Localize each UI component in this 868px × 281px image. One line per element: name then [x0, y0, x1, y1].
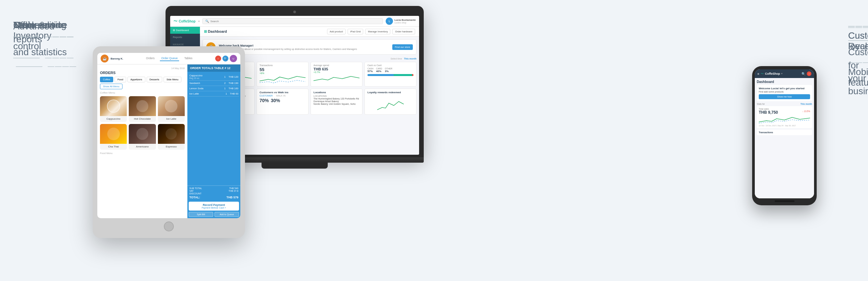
- user-avatar: L: [386, 17, 393, 25]
- mob-total-sales-card: Total sales THB 9,750 ↓ 13.5%: [757, 106, 812, 128]
- mob-transactions-card: Transactions: [757, 130, 812, 135]
- notif-icon[interactable]: !: [215, 56, 221, 62]
- laptop-camera: [293, 10, 296, 13]
- ipad-grid-btn[interactable]: iPad Grid: [348, 29, 363, 34]
- laptop-header: 〜 CoffeShop ▾ 🔍 L Lucia Bustamante Lucia…: [170, 16, 419, 27]
- search-input[interactable]: [211, 20, 245, 23]
- dash-title: ⊞ Dashboard: [204, 29, 227, 34]
- menu-item-espresso[interactable]: Espresso: [158, 124, 185, 150]
- pos-menu: 14 May 2018 ORDERS Coffee Food Appetizer…: [97, 65, 187, 218]
- dash-topbar-actions: Add product iPad Grid Manage Inventory O…: [327, 29, 415, 34]
- stat-card-transactions: Transactions 55 +8%: [256, 62, 309, 86]
- order-item-lemon-soda: Lemon Soda 1 THB 160: [189, 86, 239, 91]
- mob-welcome: Welcome Lucia! let's get you started Fir…: [757, 85, 812, 101]
- cat-btn-appetizers[interactable]: Appetizers: [127, 77, 145, 82]
- order-hardware-btn[interactable]: Order hardware: [392, 29, 415, 34]
- pos-category-tabs: Coffee Food Appetizers Desserts Side Men…: [100, 77, 185, 89]
- laptop-stand: [261, 163, 328, 169]
- cat-btn-desserts[interactable]: Desserts: [147, 77, 162, 82]
- laptop-search[interactable]: 🔍: [202, 18, 383, 24]
- mob-search-icon[interactable]: 🔍: [802, 72, 805, 76]
- tablet-screen: ☕ Barong K. Orders Order Queue Tables ! …: [97, 53, 240, 218]
- record-payment-btn[interactable]: Record Payment Payment Method: Cash +: [189, 202, 239, 211]
- mobile: ≡ 〜 CoffeShop ▾ 🔍 ! Dashboard: [752, 66, 817, 205]
- add-to-queue-btn[interactable]: Add to Queue: [215, 212, 239, 217]
- cat-btn-sidemenu[interactable]: Side Menu: [163, 77, 181, 82]
- menu-item-ice-latte[interactable]: Ice Latte: [158, 96, 185, 122]
- pos-tabs: Orders Order Queue Tables: [145, 56, 194, 61]
- laptop-user: L Lucia Bustamante Lucia's shop: [386, 17, 416, 25]
- sidebar-item-dashboard[interactable]: ⊞ Dashboard: [170, 27, 200, 34]
- find-store-btn[interactable]: Find our store: [392, 44, 413, 50]
- search-icon[interactable]: 🔍: [222, 56, 228, 62]
- menu-item-img-espresso: [158, 124, 185, 144]
- order-item-ice-latte: Ice Latte 1 THB 63: [189, 91, 239, 97]
- menu-item-img-hot-choc: [129, 96, 156, 116]
- customers-walkin-card: Customers vs Walk ins CUSTOMER WALK IN 7…: [256, 89, 309, 115]
- order-item-sandwich: Sandwich 2 THB 190: [189, 81, 239, 86]
- order-action-btns: Split Bill Add to Queue: [187, 212, 240, 218]
- sidebar-section-manage: MANAGE: [170, 41, 200, 46]
- pos-screen: ☕ Barong K. Orders Order Queue Tables ! …: [97, 53, 240, 218]
- pos-order-panel: ORDER TOTALS TABLE # 12 Cappuccino Reg 1…: [187, 65, 240, 218]
- menu-section-label: Coffee Menu: [100, 91, 185, 94]
- mob-screen: ≡ 〜 CoffeShop ▾ 🔍 ! Dashboard: [755, 69, 814, 198]
- order-panel-title: ORDER TOTALS TABLE # 12: [187, 65, 240, 72]
- mobile-home-indicator: [775, 200, 795, 202]
- menu-item-img-americano: [129, 124, 156, 144]
- split-bill-btn[interactable]: Split Bill: [189, 212, 213, 217]
- pos-tab-tables[interactable]: Tables: [183, 56, 194, 61]
- manage-inventory-btn[interactable]: Manage Inventory: [365, 29, 390, 34]
- pos-title: ORDERS: [100, 71, 185, 75]
- add-product-btn[interactable]: Add product: [327, 29, 346, 34]
- mob-content: Dashboard Welcome Lucia! let's get you s…: [755, 78, 814, 198]
- order-summary: SUB TOTAL THB 540 VAT THB 37.8 DISCOUNT: [187, 185, 240, 200]
- mob-notif-icon[interactable]: !: [807, 71, 811, 76]
- menu-grid: Cappuccino Hot Chocolate: [100, 96, 185, 150]
- pos-tab-order-queue[interactable]: Order Queue: [160, 56, 179, 61]
- mobile-screen: ≡ 〜 CoffeShop ▾ 🔍 ! Dashboard: [755, 69, 814, 198]
- pos-logo: ☕: [101, 55, 108, 63]
- feature-mobile: ———— Mobile features: [848, 56, 868, 88]
- laptop-brand: 〜 CoffeShop: [174, 19, 196, 24]
- stat-card-cash-card: Cash vs Card CASH 57% CARD 40%: [365, 62, 416, 86]
- food-menu-label: Food Menu: [100, 152, 185, 155]
- dash-topbar: ⊞ Dashboard Add product iPad Grid Manage…: [200, 27, 419, 37]
- menu-item-img-cappuccino: [100, 96, 127, 116]
- pos-body: 14 May 2018 ORDERS Coffee Food Appetizer…: [97, 65, 240, 218]
- time-selector: Select time This month: [391, 58, 416, 60]
- menu-item-hot-chocolate[interactable]: Hot Chocolate: [129, 96, 156, 122]
- scene: Stock & Inventory control ———— Advanced …: [0, 0, 868, 281]
- pos-date: 14 May 2018: [100, 67, 185, 69]
- cat-btn-food[interactable]: Food: [115, 77, 126, 82]
- sidebar-item-reports[interactable]: Reports: [170, 34, 200, 41]
- menu-item-americano[interactable]: Americano: [129, 124, 156, 150]
- tablet-home-btn[interactable]: [164, 221, 174, 232]
- mob-stats-label: Stats for: [757, 103, 765, 105]
- mob-show-btn[interactable]: Show me how: [759, 94, 810, 99]
- mob-dashboard-title: Dashboard: [757, 80, 812, 84]
- pos-topbar: ☕ Barong K. Orders Order Queue Tables ! …: [97, 53, 240, 65]
- tablet: ☕ Barong K. Orders Order Queue Tables ! …: [93, 46, 245, 238]
- tablet-brand: Barong K.: [111, 57, 123, 60]
- menu-item-img-cha-thai: [100, 124, 127, 144]
- order-items: Cappuccino Reg 16 oz. 1 THB 120 Sandwich…: [187, 72, 240, 185]
- menu-item-img-ice-latte: [158, 96, 185, 116]
- menu-item-cappuccino[interactable]: Cappuccino: [100, 96, 127, 122]
- pos-tab-orders[interactable]: Orders: [145, 56, 156, 61]
- cat-btn-coffee[interactable]: Coffee: [100, 77, 113, 82]
- order-item-cappuccino: Cappuccino Reg 16 oz. 1 THB 120: [189, 73, 239, 81]
- menu-item-cha-thai[interactable]: Cha Thai: [100, 124, 127, 150]
- mob-this-month: This month: [801, 103, 812, 105]
- locations-card: Locations LOCATIONS The Hummingbird Bake…: [311, 89, 363, 115]
- mob-topbar: ≡ 〜 CoffeShop ▾ 🔍 !: [755, 69, 814, 78]
- order-total: TOTAL: THB 579: [189, 196, 238, 199]
- feature-offline-mode: Offline mode ————: [13, 20, 74, 41]
- stat-card-avg-spend: Average spend THB 635 +3.7%: [311, 62, 363, 86]
- loyalty-card: Loyalty rewards redeemed: [365, 89, 416, 115]
- cat-btn-showall[interactable]: Show All Menu: [100, 84, 123, 89]
- user-icon[interactable]: U: [230, 55, 237, 62]
